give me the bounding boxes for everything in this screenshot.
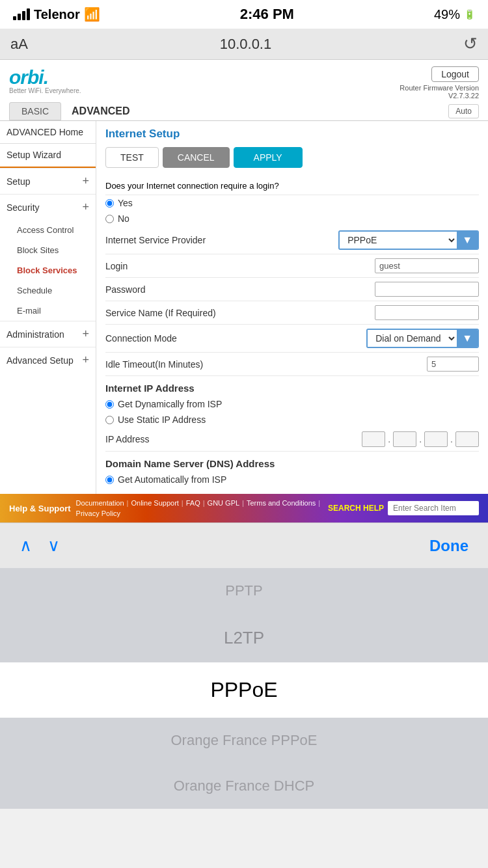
search-help-input[interactable] <box>388 501 479 515</box>
content-area: Internet Setup TEST CANCEL APPLY Does yo… <box>96 121 488 494</box>
administration-expand-icon[interactable]: + <box>82 327 89 341</box>
ip-octet-4[interactable] <box>455 431 479 447</box>
sidebar-item-block-sites[interactable]: Block Sites <box>0 240 96 260</box>
connection-mode-select-wrapper[interactable]: Dial on Demand Always On ▼ <box>366 329 479 348</box>
ip-address-row: IP Address . . . <box>105 427 479 452</box>
sidebar-section-administration[interactable]: Administration + <box>0 321 96 347</box>
connection-mode-row: Connection Mode Dial on Demand Always On… <box>105 325 479 353</box>
sidebar-item-advanced-home[interactable]: ADVANCED Home <box>0 121 96 143</box>
yes-radio[interactable] <box>105 199 114 208</box>
picker-area: PPTP L2TP PPPoE Orange France PPPoE Oran… <box>0 568 488 809</box>
apply-button[interactable]: APPLY <box>234 147 303 168</box>
tab-auto[interactable]: Auto <box>448 104 479 118</box>
login-row: Login guest <box>105 254 479 278</box>
sidebar-item-email[interactable]: E-mail <box>0 301 96 321</box>
help-link-faq[interactable]: FAQ <box>186 499 200 507</box>
help-link-online-support[interactable]: Online Support <box>131 499 178 507</box>
orbi-header: orbi. Better WiFi. Everywhere. Logout Ro… <box>0 60 488 102</box>
ip-octet-1[interactable] <box>362 431 385 447</box>
service-name-row: Service Name (If Required) <box>105 301 479 325</box>
use-static-label: Use Static IP Address <box>118 414 206 425</box>
browser-bar: aA 10.0.0.1 ↺ <box>0 29 488 60</box>
idle-timeout-row: Idle Timeout(In Minutes) <box>105 353 479 376</box>
browser-aa-button[interactable]: aA <box>10 36 28 53</box>
help-link-documentation[interactable]: Documentation <box>76 499 124 507</box>
picker-option-pppoe[interactable]: PPPoE <box>0 662 488 718</box>
ip-address-label: IP Address <box>105 434 149 444</box>
isp-select-arrow[interactable]: ▼ <box>457 232 478 249</box>
battery-percent: 49% <box>434 7 460 22</box>
get-auto-dns-row: Get Automatically from ISP <box>105 472 479 487</box>
search-help-label: SEARCH HELP <box>328 504 384 513</box>
back-arrow[interactable]: ∧ <box>20 536 32 556</box>
get-dynamic-radio[interactable] <box>105 400 114 409</box>
service-name-input[interactable] <box>375 305 479 320</box>
sidebar-security-label: Security <box>7 202 40 213</box>
help-links: Documentation | Online Support | FAQ | G… <box>76 499 323 517</box>
use-static-radio[interactable] <box>105 416 114 424</box>
search-help-area: SEARCH HELP <box>328 501 479 515</box>
isp-select-wrapper[interactable]: PPPoE PPTP L2TP Orange France PPPoE Oran… <box>338 230 479 250</box>
forward-arrow[interactable]: ∨ <box>47 536 60 556</box>
connection-mode-select[interactable]: Dial on Demand Always On <box>368 330 457 347</box>
sidebar-item-access-control[interactable]: Access Control <box>0 220 96 240</box>
orbi-right: Logout Router Firmware Version V2.7.3.22 <box>400 66 479 100</box>
help-label: Help & Support <box>9 504 71 513</box>
password-row: Password <box>105 278 479 301</box>
help-link-privacy[interactable]: Privacy Policy <box>76 509 120 517</box>
login-input[interactable]: guest <box>375 258 479 273</box>
ip-input-group: . . . <box>362 431 479 447</box>
picker-option-l2tp[interactable]: L2TP <box>0 614 488 662</box>
browser-reload-button[interactable]: ↺ <box>463 34 478 54</box>
tab-basic[interactable]: BASIC <box>9 102 61 120</box>
idle-timeout-input[interactable] <box>427 357 479 372</box>
tab-advanced[interactable]: ADVANCED <box>65 102 136 120</box>
get-auto-dns-radio[interactable] <box>105 476 114 484</box>
firmware-info: Router Firmware Version V2.7.3.22 <box>400 84 479 100</box>
service-name-label: Service Name (If Required) <box>105 308 216 318</box>
content-title: Internet Setup <box>105 128 479 141</box>
picker-option-orange-dhcp[interactable]: Orange France DHCP <box>0 763 488 809</box>
logout-button[interactable]: Logout <box>431 66 479 82</box>
sidebar-item-setup-wizard[interactable]: Setup Wizard <box>0 144 96 168</box>
sidebar-section-advanced-setup[interactable]: Advanced Setup + <box>0 347 96 373</box>
picker-option-orange-pppoe[interactable]: Orange France PPPoE <box>0 718 488 763</box>
setup-expand-icon[interactable]: + <box>82 174 89 188</box>
sidebar-setup-label: Setup <box>7 176 31 187</box>
internet-ip-section: Internet IP Address <box>105 376 479 396</box>
login-question-row: Does your Internet connection require a … <box>105 177 479 195</box>
sidebar-item-block-services[interactable]: Block Services <box>0 260 96 280</box>
yes-radio-row: Yes <box>105 195 479 211</box>
picker-option-pptp[interactable]: PPTP <box>0 568 488 614</box>
sidebar-advanced-setup-label: Advanced Setup <box>7 355 74 366</box>
password-input[interactable] <box>375 282 479 297</box>
test-button[interactable]: TEST <box>105 147 159 168</box>
isp-row: Internet Service Provider PPPoE PPTP L2T… <box>105 226 479 254</box>
cancel-button[interactable]: CANCEL <box>163 147 230 168</box>
status-right: 49% 🔋 <box>434 7 475 22</box>
done-button[interactable]: Done <box>429 537 468 555</box>
browser-url[interactable]: 10.0.0.1 <box>220 36 272 53</box>
wifi-icon: 📶 <box>84 7 100 22</box>
firmware-version: V2.7.3.22 <box>448 92 479 100</box>
get-dynamic-label: Get Dynamically from ISP <box>118 399 222 409</box>
router-app: orbi. Better WiFi. Everywhere. Logout Ro… <box>0 60 488 522</box>
password-label: Password <box>105 284 145 295</box>
help-link-terms[interactable]: Terms and Conditions <box>247 499 316 507</box>
help-link-gnu-gpl[interactable]: GNU GPL <box>208 499 240 507</box>
login-label: Login <box>105 261 128 271</box>
sidebar-section-security[interactable]: Security + <box>0 194 96 220</box>
connection-mode-arrow[interactable]: ▼ <box>457 330 478 347</box>
status-left: Telenor 📶 <box>13 7 100 22</box>
ip-octet-2[interactable] <box>393 431 416 447</box>
isp-select[interactable]: PPPoE PPTP L2TP Orange France PPPoE Oran… <box>340 232 457 249</box>
ip-octet-3[interactable] <box>424 431 448 447</box>
action-buttons: TEST CANCEL APPLY <box>105 147 479 168</box>
idle-timeout-label: Idle Timeout(In Minutes) <box>105 359 203 370</box>
sidebar-section-setup[interactable]: Setup + <box>0 168 96 194</box>
security-expand-icon[interactable]: + <box>82 200 89 214</box>
connection-mode-label: Connection Mode <box>105 333 177 344</box>
sidebar-item-schedule[interactable]: Schedule <box>0 280 96 301</box>
no-radio[interactable] <box>105 215 114 223</box>
advanced-setup-expand-icon[interactable]: + <box>82 353 89 367</box>
